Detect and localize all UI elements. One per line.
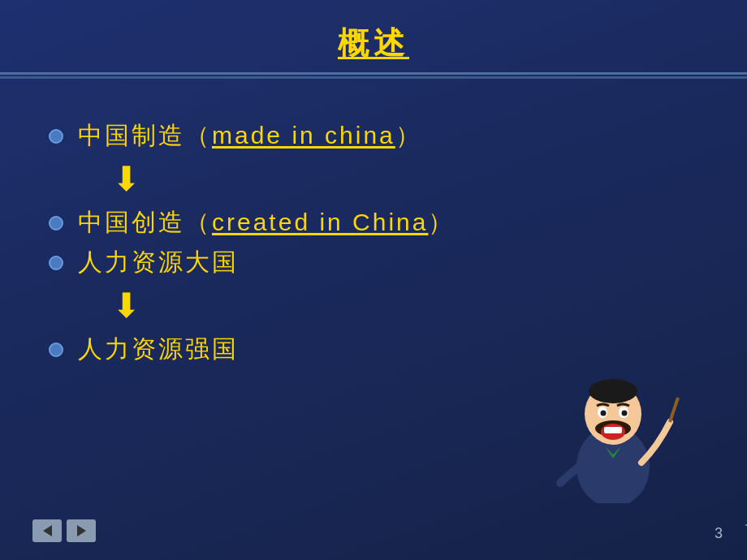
bullet-text-2: 中国创造（created in China） — [78, 206, 455, 239]
bullet-item-3: 人力资源大国 — [49, 246, 698, 279]
arrow-row-1: ⬇ — [49, 162, 698, 196]
down-arrow-1: ⬇ — [112, 162, 140, 196]
svg-rect-5 — [604, 427, 622, 433]
nav-buttons — [32, 519, 96, 542]
svg-point-8 — [601, 411, 607, 416]
arrow-row-2: ⬇ — [49, 289, 698, 323]
created-in-china-text: created in China — [212, 209, 428, 235]
bullet-text-3: 人力资源大国 — [78, 246, 239, 279]
next-button[interactable] — [67, 519, 96, 542]
svg-point-9 — [622, 411, 628, 416]
bullet-text-1: 中国制造（made in china） — [78, 119, 422, 153]
svg-point-2 — [589, 379, 637, 403]
down-arrow-2: ⬇ — [112, 289, 140, 323]
star-4: ✦ — [743, 515, 747, 536]
bullet-dot-2 — [49, 216, 63, 230]
svg-line-11 — [670, 398, 678, 422]
bullet-item-2: 中国创造（created in China） — [49, 206, 698, 239]
bullet-item-1: 中国制造（made in china） — [49, 119, 698, 153]
prev-button[interactable] — [32, 519, 62, 542]
divider-bottom — [0, 76, 747, 79]
page-number: 3 — [715, 525, 723, 542]
slide: 概述 中国制造（made in china） ⬇ 中国创造（created in… — [0, 0, 747, 560]
made-in-china-text: made in china — [212, 122, 395, 149]
content-area: 中国制造（made in china） ⬇ 中国创造（created in Ch… — [0, 87, 747, 560]
cartoon-figure — [544, 341, 682, 495]
bullet-dot-1 — [49, 129, 63, 144]
divider-top — [0, 72, 747, 75]
title-area: 概述 — [0, 0, 747, 72]
slide-title: 概述 — [338, 26, 409, 60]
bullet-text-4: 人力资源强国 — [78, 333, 239, 366]
bullet-dot-3 — [49, 256, 63, 270]
divider — [0, 72, 747, 79]
bullet-dot-4 — [49, 342, 63, 357]
